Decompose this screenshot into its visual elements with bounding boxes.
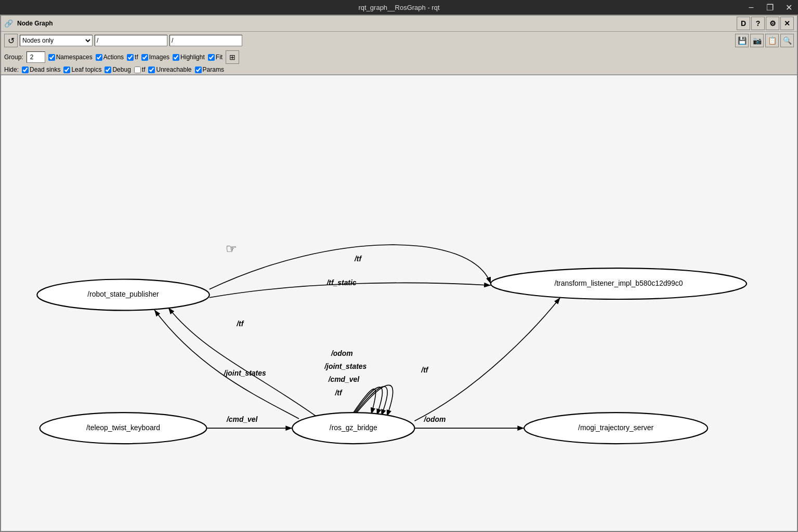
controls-row3: Hide: Dead sinks Leaf topics Debug tf Un… — [1, 65, 797, 75]
debug-label: Debug — [112, 66, 130, 73]
dead-sinks-checkbox-label[interactable]: Dead sinks — [22, 66, 60, 73]
tf2-label: tf — [142, 66, 146, 73]
display-mode-select[interactable]: Nodes only Nodes/Topics (all) Nodes/Topi… — [20, 35, 93, 46]
tf-label: tf — [135, 54, 138, 61]
node-teleop-twist-keyboard-label: /teleop_twist_keyboard — [86, 423, 160, 432]
tf-checkbox[interactable] — [127, 54, 134, 61]
unreachable-label: Unreachable — [156, 66, 191, 73]
screenshot-button[interactable]: 📷 — [750, 34, 764, 47]
self-loop-2 — [355, 387, 382, 415]
node-robot-state-publisher-label: /robot_state_publisher — [87, 290, 159, 298]
leaf-topics-checkbox-label[interactable]: Leaf topics — [63, 66, 101, 73]
window-title: rqt_graph__RosGraph - rqt — [358, 4, 439, 11]
tf2-checkbox[interactable] — [134, 66, 141, 73]
filter2-input[interactable] — [169, 35, 242, 46]
restore-button[interactable]: ❐ — [761, 0, 779, 15]
title-bar: rqt_graph__RosGraph - rqt – ❐ ✕ — [0, 0, 798, 15]
edge-tf-static-label: /tf_static — [326, 278, 356, 287]
node-graph-header: 🔗 Node Graph D ? ⚙ ✕ — [1, 16, 797, 32]
hide-label: Hide: — [4, 66, 19, 73]
graph-svg: /tf /tf_static /tf /joint_states /odom /… — [1, 75, 797, 531]
close-plugin-button[interactable]: ✕ — [780, 17, 794, 30]
minimize-button[interactable]: – — [742, 0, 761, 15]
images-label: Images — [149, 54, 169, 61]
graph-canvas[interactable]: /tf /tf_static /tf /joint_states /odom /… — [1, 75, 797, 531]
leaf-topics-checkbox[interactable] — [63, 66, 70, 73]
expand-button[interactable]: ⊞ — [226, 50, 239, 64]
tf-checkbox-label[interactable]: tf — [127, 54, 138, 61]
node-transform-listener-label: /transform_listener_impl_b580c12d99c0 — [554, 279, 683, 287]
params-label: Params — [203, 66, 224, 73]
dead-sinks-label: Dead sinks — [30, 66, 60, 73]
params-checkbox-label[interactable]: Params — [195, 66, 224, 73]
edge-cmd-vel-label: /cmd_vel — [226, 415, 258, 423]
leaf-topics-label: Leaf topics — [71, 66, 101, 73]
edge-odom-self-label: /odom — [331, 349, 353, 357]
edge-tf-mid — [168, 308, 321, 420]
edge-cmd-vel-self-label: /cmd_vel — [328, 375, 360, 383]
edge-tf-right-label: /tf — [421, 366, 428, 374]
save-button[interactable]: 💾 — [735, 34, 749, 47]
edge-odom-label: /odom — [424, 415, 446, 423]
copy-button[interactable]: 📋 — [765, 34, 779, 47]
tf2-checkbox-label[interactable]: tf — [134, 66, 146, 73]
unreachable-checkbox[interactable] — [148, 66, 155, 73]
title-bar-controls: – ❐ ✕ — [742, 0, 798, 15]
debug-checkbox[interactable] — [104, 66, 111, 73]
edge-joint-states-label: /joint_states — [224, 369, 266, 377]
cursor-indicator: ☞ — [226, 242, 237, 256]
node-graph-title: Node Graph — [17, 20, 53, 27]
node-ros-gz-bridge-label: /ros_gz_bridge — [330, 423, 377, 432]
refresh-button[interactable]: ↺ — [4, 34, 18, 47]
controls-row2: Group: Namespaces Actions tf Images High… — [1, 49, 797, 65]
images-checkbox-label[interactable]: Images — [141, 54, 169, 61]
actions-checkbox[interactable] — [96, 54, 102, 61]
highlight-checkbox[interactable] — [173, 54, 179, 61]
filter1-input[interactable] — [95, 35, 167, 46]
params-checkbox[interactable] — [195, 66, 202, 73]
dead-sinks-checkbox[interactable] — [22, 66, 29, 73]
namespaces-checkbox-label[interactable]: Namespaces — [48, 54, 93, 61]
close-button[interactable]: ✕ — [779, 0, 798, 15]
group-spinbox[interactable] — [27, 51, 45, 63]
actions-label: Actions — [103, 54, 124, 61]
right-buttons: D ? ⚙ ✕ — [737, 17, 794, 30]
group-label: Group: — [4, 54, 23, 61]
edge-tf-mid-label: /tf — [236, 320, 244, 328]
edge-tf-self-label: /tf — [335, 389, 343, 397]
node-mogi-trajectory-server-label: /mogi_trajectory_server — [578, 423, 654, 432]
unreachable-checkbox-label[interactable]: Unreachable — [148, 66, 191, 73]
actions-checkbox-label[interactable]: Actions — [96, 54, 124, 61]
edge-tf-top-label: /tf — [354, 255, 362, 263]
highlight-checkbox-label[interactable]: Highlight — [173, 54, 205, 61]
edge-tf-right — [414, 298, 560, 421]
zoom-button[interactable]: 🔍 — [780, 34, 794, 47]
images-checkbox[interactable] — [141, 54, 148, 61]
fit-checkbox-label[interactable]: Fit — [208, 54, 223, 61]
app-window: 🔗 Node Graph D ? ⚙ ✕ ↺ Nodes only Nodes/… — [0, 15, 798, 532]
help-docs-button[interactable]: D — [737, 17, 750, 30]
edge-joint-states-left — [154, 310, 299, 419]
fit-checkbox[interactable] — [208, 54, 215, 61]
debug-checkbox-label[interactable]: Debug — [104, 66, 130, 73]
edge-joint-states-self-label: /joint_states — [324, 362, 367, 370]
settings-button[interactable]: ⚙ — [766, 17, 779, 30]
namespaces-checkbox[interactable] — [48, 54, 55, 61]
node-graph-icon: 🔗 — [4, 19, 13, 28]
help-button[interactable]: ? — [751, 17, 765, 30]
controls-row1: ↺ Nodes only Nodes/Topics (all) Nodes/To… — [1, 32, 797, 49]
namespaces-label: Namespaces — [56, 54, 93, 61]
fit-label: Fit — [216, 54, 223, 61]
highlight-label: Highlight — [180, 54, 205, 61]
